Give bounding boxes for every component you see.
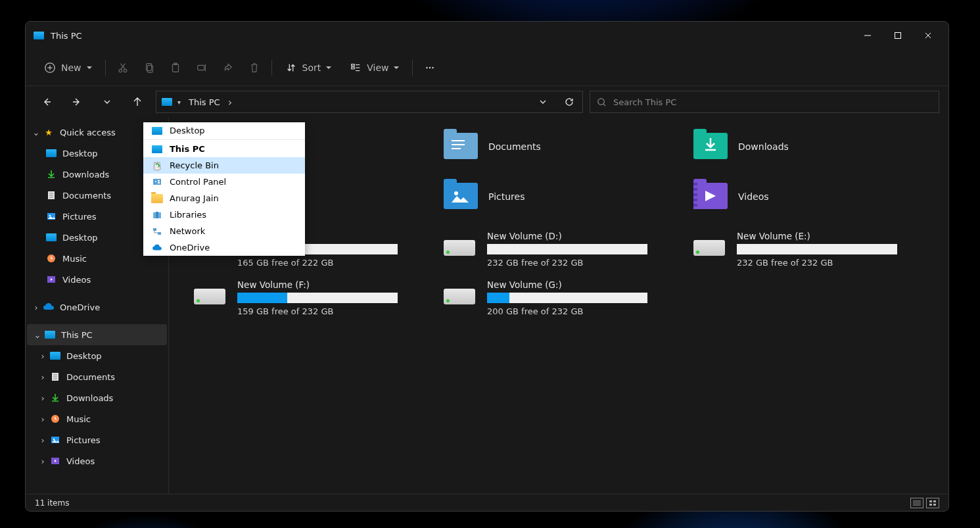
- svg-point-42: [53, 439, 55, 440]
- item-icon: [151, 160, 163, 172]
- breadcrumb[interactable]: This PC: [183, 97, 225, 107]
- svg-point-7: [119, 69, 122, 72]
- titlebar[interactable]: This PC: [26, 22, 948, 49]
- address-dropdown: DesktopThis PCRecycle BinControl PanelAn…: [143, 122, 305, 256]
- drive-free-text: 165 GB free of 222 GB: [237, 258, 398, 268]
- drive-item[interactable]: New Volume (F:) 159 GB free of 232 GB: [194, 279, 398, 316]
- sidebar-onedrive[interactable]: › OneDrive: [26, 297, 168, 318]
- sidebar-pc-item[interactable]: ›Downloads: [26, 387, 168, 408]
- sidebar-pc-item[interactable]: ›Videos: [26, 450, 168, 471]
- address-bar[interactable]: ▾ This PC ›: [156, 91, 583, 113]
- share-button[interactable]: [215, 56, 241, 80]
- item-icon: [151, 143, 163, 155]
- svg-point-48: [454, 191, 458, 195]
- refresh-button[interactable]: [556, 91, 582, 112]
- svg-rect-1: [895, 33, 901, 39]
- svg-rect-61: [153, 179, 161, 185]
- dropdown-item[interactable]: Network: [143, 223, 305, 239]
- drive-icon: [444, 283, 475, 308]
- chevron-right-icon[interactable]: ›: [37, 372, 48, 382]
- chevron-down-icon: [87, 66, 92, 72]
- view-button[interactable]: View: [340, 56, 408, 80]
- chevron-down-icon[interactable]: ⌄: [32, 329, 43, 340]
- drive-item[interactable]: New Volume (D:) 232 GB free of 232 GB: [444, 231, 647, 268]
- sidebar-qa-item[interactable]: Videos: [26, 269, 168, 290]
- tiles-view-button[interactable]: [926, 498, 939, 508]
- paste-button[interactable]: [162, 56, 189, 80]
- sidebar-pc-item[interactable]: ›Music: [26, 408, 168, 429]
- drive-item[interactable]: New Volume (G:) 200 GB free of 232 GB: [444, 279, 647, 316]
- folder-item[interactable]: Pictures: [444, 177, 647, 216]
- back-button[interactable]: [35, 90, 58, 114]
- close-button[interactable]: [913, 22, 943, 49]
- dropdown-item[interactable]: Libraries: [143, 206, 305, 223]
- dropdown-item[interactable]: This PC: [143, 141, 305, 157]
- drive-usage-bar: [487, 293, 647, 303]
- dropdown-item[interactable]: OneDrive: [143, 239, 305, 256]
- sidebar-pc-item[interactable]: ›Desktop: [26, 345, 168, 366]
- chevron-right-icon[interactable]: ›: [37, 393, 48, 403]
- folder-item[interactable]: Downloads: [693, 127, 897, 166]
- new-button[interactable]: New: [35, 56, 101, 80]
- drive-usage-bar: [737, 244, 897, 254]
- folder-item[interactable]: Videos: [693, 177, 897, 216]
- sidebar-this-pc[interactable]: ⌄ This PC: [27, 324, 167, 345]
- details-view-button[interactable]: [910, 498, 923, 508]
- folder-icon: [45, 147, 57, 159]
- chevron-right-icon[interactable]: ›: [31, 302, 41, 312]
- folder-icon: [49, 371, 61, 383]
- delete-button[interactable]: [241, 56, 268, 80]
- item-icon: [151, 209, 163, 221]
- sidebar-pc-item[interactable]: ›Documents: [26, 366, 168, 387]
- dropdown-item[interactable]: Anurag Jain: [143, 190, 305, 206]
- this-pc-icon: [44, 329, 56, 341]
- chevron-right-icon[interactable]: ›: [37, 350, 48, 361]
- folder-icon: [45, 231, 57, 243]
- chevron-right-icon[interactable]: ›: [37, 456, 48, 466]
- item-count: 11 items: [35, 498, 69, 508]
- more-button[interactable]: [417, 56, 443, 80]
- svg-rect-17: [352, 64, 355, 66]
- maximize-button[interactable]: [883, 22, 913, 49]
- dropdown-item[interactable]: Control Panel: [143, 174, 305, 190]
- minimize-button[interactable]: [852, 22, 883, 49]
- up-button[interactable]: [126, 90, 149, 114]
- rename-button[interactable]: [189, 56, 215, 80]
- svg-point-23: [429, 66, 431, 68]
- dropdown-item[interactable]: Desktop: [143, 122, 305, 139]
- drive-usage-bar: [237, 293, 398, 303]
- svg-point-25: [598, 98, 604, 104]
- search-input[interactable]: Search This PC: [590, 91, 939, 113]
- sort-label: Sort: [302, 62, 321, 73]
- recent-button[interactable]: [95, 90, 119, 114]
- chevron-right-icon[interactable]: ›: [37, 414, 48, 424]
- svg-marker-49: [705, 191, 716, 201]
- cut-button[interactable]: [110, 56, 136, 80]
- folder-icon: [45, 210, 57, 222]
- svg-rect-64: [158, 182, 160, 183]
- cloud-icon: [43, 301, 55, 313]
- chevron-down-icon[interactable]: ▾: [175, 99, 183, 106]
- dropdown-item[interactable]: Recycle Bin: [143, 157, 305, 174]
- window-title: This PC: [51, 31, 82, 41]
- new-label: New: [61, 62, 82, 73]
- svg-rect-11: [146, 63, 151, 70]
- folder-item[interactable]: Documents: [444, 127, 647, 166]
- forward-button[interactable]: [65, 90, 89, 114]
- chevron-down-icon[interactable]: ⌄: [31, 127, 41, 137]
- svg-point-24: [432, 66, 434, 68]
- folder-icon: [45, 274, 57, 285]
- folder-icon: [45, 252, 57, 264]
- chevron-right-icon[interactable]: ›: [225, 96, 235, 108]
- sidebar-pc-item[interactable]: ›Pictures: [26, 429, 168, 450]
- copy-button[interactable]: [136, 56, 162, 80]
- chevron-right-icon[interactable]: ›: [37, 435, 48, 445]
- drive-label: New Volume (D:): [487, 231, 647, 241]
- svg-rect-59: [929, 504, 932, 506]
- sort-button[interactable]: Sort: [276, 56, 341, 80]
- file-explorer-window: This PC New Sort View: [25, 21, 949, 512]
- chevron-down-icon: [394, 66, 399, 72]
- drive-item[interactable]: New Volume (E:) 232 GB free of 232 GB: [693, 231, 897, 268]
- history-dropdown-button[interactable]: [530, 91, 556, 112]
- folder-icon: [49, 392, 61, 404]
